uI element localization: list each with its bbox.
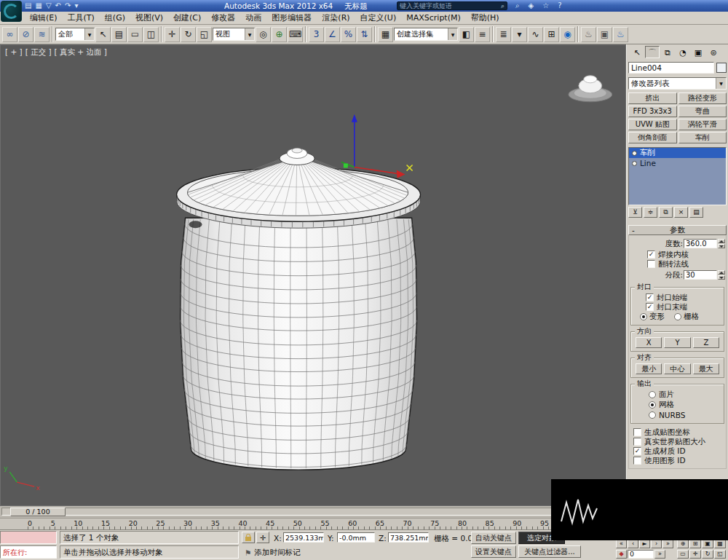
- menu-item-9[interactable]: 自定义(U): [355, 12, 402, 23]
- viewport-label-0[interactable]: +: [5, 47, 23, 58]
- cap-end-checkbox[interactable]: ✓ 封口末端: [633, 302, 722, 312]
- transform-gizmo[interactable]: [341, 114, 413, 178]
- percent-snap-toggle-icon[interactable]: %: [341, 27, 356, 42]
- show-end-result-icon[interactable]: ≑: [644, 207, 657, 218]
- output-option-2[interactable]: NURBS: [633, 410, 722, 420]
- absolute-mode-toggle[interactable]: ✛: [256, 532, 269, 543]
- select-and-manipulate-icon[interactable]: ⊕: [272, 27, 287, 42]
- selection-lock-toggle[interactable]: [242, 532, 255, 543]
- tab-utilities[interactable]: ⊚: [706, 46, 721, 58]
- schematic-view-icon[interactable]: ⊞: [544, 27, 559, 42]
- modifier-button-1[interactable]: 路径变形: [678, 92, 727, 104]
- menu-item-5[interactable]: 修改器: [206, 12, 240, 23]
- degrees-field[interactable]: 360.0: [684, 239, 717, 248]
- pan-view-icon[interactable]: ✛: [689, 550, 701, 559]
- modifier-button-6[interactable]: 倒角剖面: [628, 132, 677, 143]
- pin-stack-icon[interactable]: ⊻: [628, 207, 642, 218]
- tab-hierarchy[interactable]: ⧉: [660, 46, 675, 58]
- select-object-icon[interactable]: ↖: [95, 27, 111, 42]
- align-button-0[interactable]: 最小: [636, 363, 662, 374]
- direction-x-button[interactable]: X: [636, 337, 662, 348]
- modifier-button-2[interactable]: FFD 3x3x3: [628, 106, 677, 117]
- spinner-snap-toggle-icon[interactable]: ⇅: [357, 27, 372, 42]
- modifier-button-7[interactable]: 车削: [678, 132, 727, 143]
- mirror-icon[interactable]: ◧: [459, 27, 474, 42]
- tab-create[interactable]: ↖: [630, 46, 644, 58]
- use-pivot-point-center-icon[interactable]: ◎: [256, 27, 271, 42]
- maximize-viewport-toggle-icon[interactable]: ◱: [714, 550, 726, 559]
- chevron-down-icon[interactable]: ▼: [448, 28, 457, 40]
- select-and-link-icon[interactable]: ∞: [2, 27, 17, 42]
- keyboard-shortcut-override-icon[interactable]: ⌨: [288, 27, 303, 42]
- track-bar[interactable]: 0510152025303540455055606570758085909510…: [0, 518, 626, 530]
- zoom-extents-icon[interactable]: ▣: [702, 540, 713, 548]
- visibility-bulb-icon[interactable]: [632, 151, 637, 156]
- rendered-frame-window-icon[interactable]: ▣: [597, 27, 612, 42]
- radio-icon[interactable]: [640, 313, 647, 320]
- maxscript-mini-listener-macro[interactable]: [0, 531, 57, 544]
- coord-y-field[interactable]: -0.0mm: [337, 532, 375, 543]
- weld-core-checkbox[interactable]: ✓ 焊接内核: [630, 250, 725, 259]
- flip-normals-checkbox[interactable]: 翻转法线: [630, 259, 725, 269]
- configure-modifier-sets-icon[interactable]: ▤: [689, 207, 703, 218]
- select-and-move-icon[interactable]: ✛: [165, 27, 180, 42]
- segments-field[interactable]: 30: [684, 270, 717, 280]
- angle-snap-toggle-icon[interactable]: ∠: [325, 27, 340, 42]
- infocenter-search-field[interactable]: 键入关键字或短语 ⌕: [397, 1, 507, 10]
- go-to-end-icon[interactable]: »: [662, 540, 673, 548]
- parameters-rollout-header[interactable]: - 参数: [628, 225, 727, 235]
- tab-display[interactable]: ▣: [691, 46, 705, 58]
- viewport[interactable]: +正交真实 + 边面: [0, 44, 626, 506]
- stack-item-0[interactable]: 车削: [629, 148, 726, 158]
- zoom-extents-all-icon[interactable]: ▦: [714, 540, 726, 548]
- degrees-spinner[interactable]: [718, 239, 725, 248]
- stack-item-1[interactable]: Line: [629, 158, 726, 168]
- render-setup-icon[interactable]: ♨: [581, 27, 596, 42]
- go-to-end-icon[interactable]: »: [654, 550, 665, 559]
- key-filters-button[interactable]: 关键点过滤器...: [518, 545, 581, 558]
- current-frame-field[interactable]: 0: [628, 550, 654, 559]
- bind-to-space-warp-icon[interactable]: ≋: [34, 27, 50, 42]
- previous-frame-icon[interactable]: ‹: [628, 540, 638, 548]
- play-animation-icon[interactable]: ►: [639, 540, 650, 548]
- timeline-track[interactable]: [1, 508, 625, 516]
- snap-toggle-3d-icon[interactable]: 3: [309, 27, 324, 42]
- modifier-stack[interactable]: 车削Line: [628, 147, 727, 205]
- open-file-icon[interactable]: ▦: [35, 1, 41, 11]
- set-key-button[interactable]: 设置关键点: [471, 545, 516, 558]
- window-crossing-toggle-icon[interactable]: ◫: [143, 27, 159, 42]
- undo-icon[interactable]: ↶: [55, 1, 61, 11]
- named-selection-sets-dropdown[interactable]: 创建选择集▼: [394, 28, 458, 41]
- help-icon[interactable]: ?: [558, 1, 561, 11]
- search-go-icon[interactable]: ⌕: [515, 1, 520, 11]
- save-file-icon[interactable]: ▽: [46, 1, 52, 11]
- pot-body-group[interactable]: [181, 218, 417, 470]
- time-slider-handle[interactable]: 0 / 100: [10, 508, 66, 516]
- menu-item-2[interactable]: 组(G): [100, 12, 130, 23]
- object-name-field[interactable]: Line004: [628, 62, 714, 74]
- modifier-button-0[interactable]: 挤出: [628, 92, 677, 104]
- menu-item-3[interactable]: 视图(V): [130, 12, 168, 23]
- menu-item-1[interactable]: 工具(T): [63, 12, 100, 23]
- select-by-name-icon[interactable]: ▤: [111, 27, 127, 42]
- modifier-button-3[interactable]: 弯曲: [678, 106, 727, 117]
- zoom-all-icon[interactable]: ⊞: [689, 540, 701, 548]
- edit-named-selection-sets-icon[interactable]: ▦: [378, 27, 393, 42]
- segments-spinner[interactable]: [718, 270, 725, 280]
- new-scene-icon[interactable]: ▤: [25, 1, 31, 11]
- key-mode-toggle-icon[interactable]: ◆: [616, 550, 627, 559]
- unlink-selection-icon[interactable]: ⊘: [18, 27, 33, 42]
- select-and-scale-icon[interactable]: ◱: [197, 27, 212, 42]
- output-option-1[interactable]: 网格: [633, 400, 722, 410]
- menu-item-6[interactable]: 动画: [240, 12, 266, 23]
- radio-icon[interactable]: [674, 313, 681, 320]
- menu-item-11[interactable]: 帮助(H): [466, 12, 505, 23]
- align-icon[interactable]: ≡: [475, 27, 490, 42]
- 3ds-max-logo-icon[interactable]: [1, 1, 22, 22]
- render-production-icon[interactable]: ♨: [613, 27, 628, 42]
- zoom-region-icon[interactable]: ▭: [677, 550, 689, 559]
- tab-motion[interactable]: ◔: [676, 46, 690, 58]
- rectangular-selection-region-icon[interactable]: ▭: [127, 27, 143, 42]
- param-checkbox-0[interactable]: 生成贴图坐标: [630, 427, 725, 437]
- redo-icon[interactable]: ↷: [65, 1, 71, 11]
